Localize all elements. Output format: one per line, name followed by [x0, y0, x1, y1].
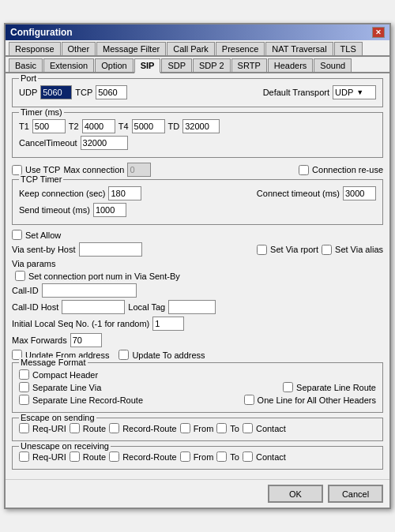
port-group-label: Port — [19, 73, 38, 83]
unescape-route-checkbox[interactable] — [70, 451, 80, 462]
tcp-input[interactable] — [96, 85, 127, 99]
unescape-from-checkbox[interactable] — [180, 451, 190, 462]
use-tcp-label: Use TCP — [25, 165, 60, 174]
send-input[interactable] — [93, 203, 126, 217]
escape-req-uri-checkbox[interactable] — [19, 423, 29, 433]
ok-button[interactable]: OK — [268, 485, 323, 503]
call-id-input[interactable] — [42, 283, 137, 298]
set-conn-port-checkbox[interactable] — [15, 271, 25, 281]
main-content: Port UDP TCP Default Transport UDP ▼ Tim… — [6, 73, 389, 479]
set-via-alias-label: Set Via alias — [335, 245, 383, 254]
td-input[interactable] — [182, 119, 220, 133]
t1-input[interactable] — [32, 119, 66, 133]
tab-nat-traversal[interactable]: NAT Traversal — [265, 42, 333, 55]
unescape-to-checkbox[interactable] — [216, 451, 227, 462]
unescape-record-route-checkbox[interactable] — [109, 451, 119, 462]
via-params-checkbox-row: Set connection port num in Via Sent-By — [12, 271, 383, 281]
title-bar: Configuration ✕ — [6, 24, 389, 40]
tab-sound[interactable]: Sound — [314, 58, 352, 72]
tab-tls[interactable]: TLS — [334, 42, 363, 55]
tab-sdp2[interactable]: SDP 2 — [193, 58, 231, 72]
call-id-row: Call-ID — [12, 283, 383, 298]
max-conn-input[interactable] — [127, 163, 151, 177]
unescape-contact-checkbox[interactable] — [243, 451, 253, 462]
conn-reuse-checkbox[interactable] — [299, 165, 309, 175]
tab-option[interactable]: Option — [95, 58, 133, 72]
unescape-req-uri-checkbox[interactable] — [19, 451, 29, 462]
escape-to-checkbox[interactable] — [216, 423, 227, 433]
sep-via-checkbox[interactable] — [19, 382, 29, 392]
update-to-label: Update To address — [132, 350, 205, 360]
local-tag-label: Local Tag — [128, 302, 165, 312]
escape-route-label: Route — [83, 424, 106, 433]
t2-label: T2 — [69, 122, 79, 131]
tab-sip[interactable]: SIP — [134, 58, 161, 73]
set-allow-row: Set Allow — [12, 230, 383, 240]
call-id-host-input[interactable] — [62, 300, 125, 314]
tab-headers[interactable]: Headers — [268, 58, 314, 72]
compact-header-label: Compact Header — [32, 370, 98, 380]
sep-record-route-checkbox[interactable] — [19, 395, 29, 405]
close-button[interactable]: ✕ — [372, 27, 385, 38]
seq-row: Initial Local Seq No. (-1 for random) — [12, 317, 383, 331]
seq-label: Initial Local Seq No. (-1 for random) — [12, 319, 149, 328]
tab-extension[interactable]: Extension — [43, 58, 94, 72]
max-forwards-row: Max Forwards — [12, 333, 383, 347]
tab-bar-row2: Basic Extension Option SIP SDP SDP 2 SRT… — [6, 57, 389, 73]
via-params-row: Via params — [12, 259, 383, 268]
one-line-all-checkbox[interactable] — [244, 395, 254, 405]
tab-srtp[interactable]: SRTP — [231, 58, 267, 72]
set-via-alias-checkbox[interactable] — [322, 245, 332, 255]
keep-input[interactable] — [108, 186, 141, 200]
escape-req-uri-label: Req-URI — [32, 424, 66, 433]
connect-label: Connect timeout (ms) — [257, 189, 340, 198]
escape-route-checkbox[interactable] — [70, 423, 80, 433]
tab-basic[interactable]: Basic — [9, 58, 43, 72]
set-via-rport-checkbox[interactable] — [257, 245, 267, 255]
t4-input[interactable] — [132, 119, 165, 133]
update-to-checkbox[interactable] — [118, 350, 129, 360]
max-forwards-input[interactable] — [70, 333, 102, 347]
connect-input[interactable] — [343, 186, 376, 200]
t2-input[interactable] — [82, 119, 115, 133]
set-allow-checkbox[interactable] — [12, 230, 22, 240]
sep-via-label: Separate Line Via — [32, 383, 101, 392]
one-line-all-label: One Line for All Other Headers — [258, 395, 376, 405]
tab-response[interactable]: Response — [9, 42, 61, 55]
escape-from-checkbox[interactable] — [180, 423, 190, 433]
via-sent-input[interactable] — [79, 242, 142, 257]
escape-from-label: From — [194, 424, 214, 433]
escape-contact-checkbox[interactable] — [243, 423, 253, 433]
cancel-input[interactable] — [81, 136, 128, 150]
tab-presence[interactable]: Presence — [216, 42, 265, 55]
transport-select[interactable]: UDP ▼ — [333, 85, 376, 99]
seq-input[interactable] — [152, 317, 184, 331]
escape-sending-group: Escape on sending Req-URI Route Record-R… — [12, 418, 383, 441]
tab-message-filter[interactable]: Message Filter — [96, 42, 166, 55]
max-forwards-label: Max Forwards — [12, 335, 67, 345]
compact-header-checkbox[interactable] — [19, 369, 29, 380]
use-tcp-checkbox[interactable] — [12, 165, 22, 175]
set-via-rport-label: Set Via rport — [270, 245, 318, 254]
via-params-label: Via params — [12, 259, 55, 268]
escape-record-route-label: Record-Route — [122, 424, 176, 433]
local-tag-input[interactable] — [168, 300, 216, 314]
td-label: TD — [168, 122, 180, 131]
unescape-receiving-label: Unescape on receiving — [19, 441, 111, 451]
via-sent-row: Via sent-by Host Set Via rport Set Via a… — [12, 242, 383, 257]
unescape-contact-label: Contact — [256, 452, 286, 462]
message-format-group: Message Format Compact Header Separate L… — [12, 362, 383, 413]
unescape-route-label: Route — [83, 452, 106, 462]
unescape-req-uri-label: Req-URI — [32, 452, 66, 462]
tcp-timer-label: TCP Timer — [19, 174, 63, 184]
cancel-button[interactable]: Cancel — [328, 485, 383, 503]
sep-route-checkbox[interactable] — [283, 382, 293, 392]
tab-sdp[interactable]: SDP — [161, 58, 192, 72]
tab-other[interactable]: Other — [62, 42, 96, 55]
keep-label: Keep connection (sec) — [19, 189, 105, 198]
unescape-from-label: From — [194, 452, 214, 462]
udp-input[interactable] — [40, 85, 72, 99]
tab-call-park[interactable]: Call Park — [167, 42, 215, 55]
escape-record-route-checkbox[interactable] — [109, 423, 119, 433]
call-id-host-label: Call-ID Host — [12, 302, 58, 312]
